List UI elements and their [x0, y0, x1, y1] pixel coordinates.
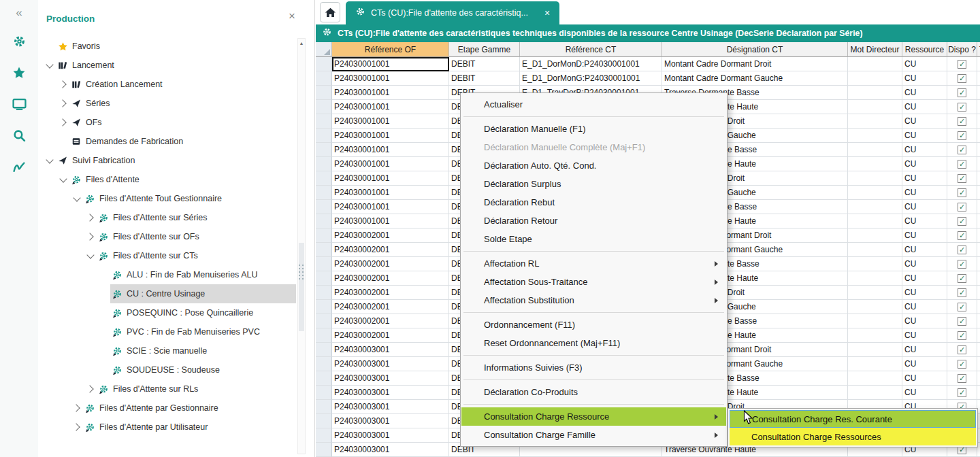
cell-dispo[interactable]: ✓ [947, 386, 977, 400]
cell[interactable] [848, 328, 902, 343]
cell[interactable] [848, 357, 902, 371]
cell[interactable]: P24030001001 [332, 100, 449, 114]
cell[interactable]: P24030002001 [332, 271, 449, 286]
cell[interactable]: P24030001001 [332, 214, 449, 228]
dispo-checkbox[interactable]: ✓ [958, 317, 966, 326]
cell[interactable] [977, 171, 980, 186]
tree-item[interactable]: SCIE : Scie manuelle [38, 341, 296, 360]
dispo-checkbox[interactable]: ✓ [958, 74, 966, 83]
cell[interactable] [977, 314, 980, 328]
dispo-checkbox[interactable]: ✓ [958, 88, 966, 97]
cell[interactable] [848, 129, 902, 143]
chevron-down-icon[interactable] [44, 154, 56, 167]
cell[interactable] [977, 271, 980, 286]
tab-close-icon[interactable]: × [544, 8, 550, 18]
menu-item[interactable]: Affectation RL [461, 254, 726, 273]
cell[interactable]: CU [902, 57, 947, 71]
cell-dispo[interactable]: ✓ [947, 157, 977, 171]
chevron-down-icon[interactable] [84, 250, 97, 262]
menu-item[interactable]: Déclaration Manuelle (F1) [461, 120, 726, 138]
row-selector[interactable] [316, 186, 332, 200]
dispo-checkbox[interactable]: ✓ [958, 246, 966, 254]
dispo-checkbox[interactable]: ✓ [958, 360, 966, 369]
cell[interactable] [977, 243, 980, 257]
cell[interactable]: Montant Cadre Dormant Droit [662, 57, 848, 71]
menu-item[interactable]: Déclaration Retour [461, 211, 726, 230]
dispo-checkbox[interactable]: ✓ [958, 260, 966, 269]
monitor-icon[interactable] [0, 88, 38, 120]
tree-item[interactable]: Files d'Attente sur CTs [38, 246, 296, 265]
cell[interactable]: CU [902, 171, 947, 186]
cell[interactable]: CU [902, 271, 947, 286]
cell-dispo[interactable]: ✓ [947, 143, 977, 157]
cell[interactable] [977, 186, 980, 200]
row-selector[interactable] [316, 271, 332, 286]
cell[interactable]: CU [902, 343, 947, 357]
cell[interactable] [848, 314, 902, 328]
column-header[interactable]: Dispo ? [947, 42, 977, 57]
cell[interactable]: P24030001001 [332, 129, 449, 143]
tree-scrollbar[interactable]: ▲ [297, 38, 306, 454]
cell[interactable] [848, 186, 902, 200]
column-header[interactable]: Référence CT [520, 42, 662, 57]
tree-item[interactable]: Files d'Attente sur Séries [38, 208, 296, 227]
cell[interactable]: P24030003001 [332, 357, 449, 371]
tree-item[interactable]: SOUDEUSE : Soudeuse [38, 360, 296, 379]
cell[interactable] [848, 157, 902, 171]
cell[interactable]: P24030002001 [332, 300, 449, 314]
column-header[interactable]: T [977, 42, 980, 57]
cell[interactable]: CU [902, 300, 947, 314]
row-selector[interactable] [316, 257, 332, 271]
tree-item[interactable]: Lancement [38, 56, 296, 75]
menu-item[interactable]: Ordonnancement (F11) [461, 316, 726, 334]
cell[interactable]: Montant Cadre Dormant Gauche [662, 71, 848, 86]
column-header[interactable]: Ressource [902, 42, 947, 57]
cell-dispo[interactable]: ✓ [947, 243, 977, 257]
row-selector[interactable] [316, 228, 332, 243]
cell[interactable]: P24030003001 [332, 414, 449, 428]
tree-item[interactable]: Files d'Attente Tout Gestionnaire [38, 189, 296, 208]
chevron-right-icon[interactable] [57, 116, 69, 129]
activity-icon[interactable] [0, 151, 38, 182]
tree-item[interactable]: Demandes de Fabrication [38, 132, 296, 151]
row-selector[interactable] [316, 371, 332, 386]
cell[interactable]: CU [902, 129, 947, 143]
row-selector[interactable] [316, 143, 332, 157]
cell[interactable]: CU [902, 257, 947, 271]
menu-item[interactable]: Consultation Charge Famille [461, 426, 726, 444]
tree-item[interactable]: Suivi Fabrication [38, 151, 296, 170]
chevron-down-icon[interactable] [57, 173, 69, 186]
cell-dispo[interactable]: ✓ [947, 71, 977, 86]
cell[interactable] [977, 86, 980, 100]
chevron-down-icon[interactable] [44, 59, 56, 71]
row-selector[interactable] [316, 57, 332, 71]
cell[interactable]: CU [902, 86, 947, 100]
menu-item[interactable]: Informations Suivies (F3) [461, 358, 726, 377]
cell-dispo[interactable]: ✓ [947, 343, 977, 357]
cell[interactable]: CU [902, 314, 947, 328]
cell[interactable]: P24030001001 [332, 186, 449, 200]
cell[interactable]: P24030001001 [332, 86, 449, 100]
dispo-checkbox[interactable]: ✓ [958, 188, 966, 197]
cell[interactable]: E_D1_DorMonG:P24030001001 [520, 71, 662, 86]
cell[interactable]: P24030001001 [332, 71, 449, 86]
cell[interactable]: P24030003001 [332, 343, 449, 357]
cell[interactable]: CU [902, 143, 947, 157]
gear-icon[interactable] [0, 26, 38, 57]
tree-item[interactable]: Séries [38, 94, 296, 113]
cell[interactable]: CU [902, 386, 947, 400]
cell[interactable]: P24030001001 [332, 114, 449, 129]
submenu-item[interactable]: Consultation Charge Res. Courante [730, 410, 976, 428]
cell[interactable]: CU [902, 114, 947, 129]
dispo-checkbox[interactable]: ✓ [958, 203, 966, 211]
row-selector[interactable] [316, 386, 332, 400]
chevron-right-icon[interactable] [57, 78, 69, 90]
dispo-checkbox[interactable]: ✓ [958, 146, 966, 154]
cell[interactable]: P24030002001 [332, 314, 449, 328]
cell[interactable] [977, 200, 980, 214]
scrollbar-thumb[interactable] [299, 243, 304, 331]
cell[interactable] [977, 386, 980, 400]
row-selector[interactable] [316, 171, 332, 186]
cell-dispo[interactable]: ✓ [947, 314, 977, 328]
star-icon[interactable] [0, 57, 38, 88]
